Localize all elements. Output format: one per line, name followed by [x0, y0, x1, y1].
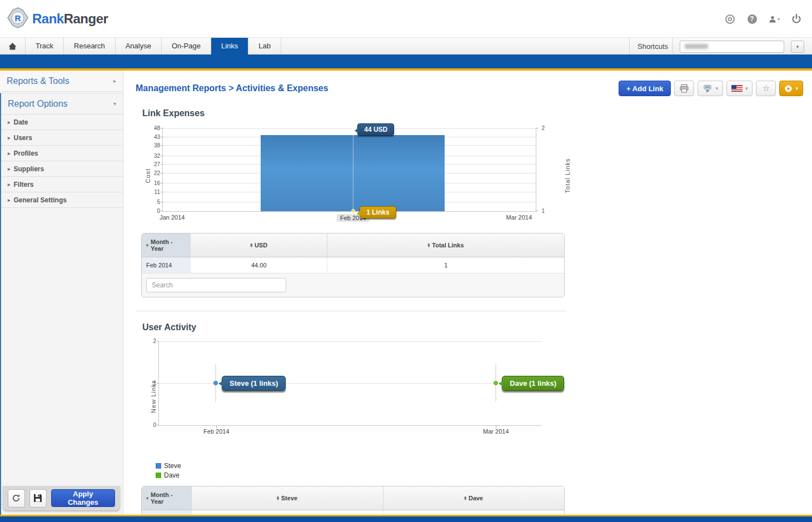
- column-header-usd[interactable]: ▴▾USD: [191, 233, 327, 257]
- sidebar-item-users[interactable]: ▸Users: [1, 130, 123, 146]
- arrow-right-icon: ▸: [8, 135, 11, 141]
- y-axis-tick-label: 0: [142, 422, 156, 428]
- data-point-dave[interactable]: [494, 381, 498, 385]
- power-icon[interactable]: [791, 13, 802, 24]
- sidebar-item-filters[interactable]: ▸Filters: [1, 177, 123, 192]
- app-header: R RankRanger ? ▾: [0, 0, 812, 37]
- sidebar-item-suppliers[interactable]: ▸Suppliers: [1, 161, 123, 177]
- sort-desc-icon: ▾: [146, 496, 148, 501]
- table-row: Mar 20141: [142, 510, 564, 515]
- user-activity-chart: 012Feb 2014Mar 2014Steve (1 links)Dave (…: [141, 339, 577, 453]
- chevron-down-icon: ▾: [113, 101, 116, 107]
- sidebar-reports-tools[interactable]: Reports & Tools ▸: [0, 71, 123, 92]
- footer-blue-bar: [0, 516, 812, 522]
- apply-changes-button[interactable]: Apply Changes: [51, 489, 115, 507]
- nav-tab-analyse[interactable]: Analyse: [116, 38, 162, 54]
- sidebar-footer: Apply Changes: [3, 486, 120, 510]
- add-link-button[interactable]: + Add Link: [619, 81, 671, 96]
- arrow-right-icon: ▸: [8, 166, 11, 172]
- nav-blue-bar: [0, 54, 812, 68]
- chart-legend: SteveDave: [156, 462, 812, 479]
- tooltip-dave: Dave (1 links): [502, 376, 564, 391]
- nav-tab-on-page[interactable]: On-Page: [162, 38, 211, 54]
- y-axis-tick-label: 43: [146, 134, 160, 140]
- refresh-icon: [12, 494, 21, 503]
- y-axis-tick-label: 38: [146, 142, 160, 148]
- y-axis-tick-label: 5: [146, 199, 160, 205]
- tooltip-links: 1 Links: [360, 206, 396, 218]
- nav-tab-lab[interactable]: Lab: [248, 38, 281, 54]
- section-title-user-activity: User Activity: [142, 322, 812, 332]
- data-point-steve[interactable]: [213, 381, 218, 385]
- help-icon[interactable]: ?: [746, 13, 758, 24]
- bullseye-icon[interactable]: [724, 13, 735, 24]
- user-activity-table: ▾Month - Year▴▾Steve▴▾DaveMar 20141Feb 2…: [141, 486, 565, 515]
- shortcuts-caret-button[interactable]: ▾: [791, 41, 804, 53]
- flag-us-icon: [731, 85, 743, 92]
- x-axis-label-mar-2014: Mar 2014: [483, 428, 509, 435]
- arrow-right-icon: ▸: [8, 151, 11, 156]
- table-row: Feb 201444.001: [142, 257, 564, 274]
- refresh-button[interactable]: [8, 489, 25, 508]
- chart-plot-area: 012Feb 2014Mar 2014Steve (1 links)Dave (…: [158, 341, 542, 426]
- sort-icon: ▴▾: [277, 496, 279, 501]
- sidebar-item-profiles[interactable]: ▸Profiles: [1, 146, 123, 161]
- expense-bar-feb-2014[interactable]: [261, 135, 445, 211]
- arrow-right-icon: ▸: [8, 197, 11, 203]
- help-glyph: ?: [750, 15, 754, 23]
- legend-swatch-dave: [156, 473, 161, 478]
- reports-tools-label: Reports & Tools: [7, 76, 69, 86]
- save-button[interactable]: [29, 489, 47, 508]
- legend-item-dave[interactable]: Dave: [156, 471, 812, 479]
- shortcuts-selected-value: [685, 44, 708, 49]
- column-header-dave[interactable]: ▴▾Dave: [383, 486, 564, 510]
- shortcuts-select[interactable]: [680, 41, 784, 53]
- nav-tab-links[interactable]: Links: [211, 38, 248, 54]
- rankranger-gem-icon: R: [7, 7, 29, 31]
- home-icon: [8, 42, 17, 50]
- column-header-month-year[interactable]: ▾Month - Year: [142, 233, 191, 257]
- y-axis-tick-label: 32: [146, 153, 160, 159]
- nav-tab-research[interactable]: Research: [64, 38, 116, 54]
- legend-swatch-steve: [156, 463, 161, 469]
- print-button[interactable]: [674, 81, 694, 96]
- y-axis-tick-label: 2: [142, 338, 156, 344]
- sort-icon: ▴▾: [464, 496, 466, 501]
- link-expenses-chart: 05111622273238434812Jan 2014Feb 2014Mar …: [141, 125, 577, 226]
- sidebar: Reports & Tools ▸ Report Options ▾ ▸Date…: [0, 71, 123, 515]
- column-header-month-year[interactable]: ▾Month - Year: [142, 486, 192, 510]
- column-header-steve[interactable]: ▴▾Steve: [192, 486, 383, 510]
- user-icon[interactable]: ▾: [769, 13, 780, 24]
- sidebar-items: ▸Date▸Users▸Profiles▸Suppliers▸Filters▸G…: [1, 115, 123, 208]
- section-title-link-expenses: Link Expenses: [142, 108, 812, 118]
- printer-icon: [679, 84, 689, 93]
- y-axis-title-new-links: New Links: [150, 380, 157, 413]
- brand-logo[interactable]: R RankRanger: [7, 7, 108, 31]
- legend-item-steve[interactable]: Steve: [156, 462, 812, 470]
- table-search-input[interactable]: [146, 278, 286, 292]
- breadcrumb: Management Reports > Activities & Expens…: [136, 81, 328, 93]
- sidebar-item-general-settings[interactable]: ▸General Settings: [1, 192, 123, 208]
- section-divider: [136, 311, 566, 311]
- y-axis-right-tick-label: 2: [541, 125, 545, 131]
- language-button[interactable]: ▾: [726, 81, 753, 96]
- y-axis-right-tick-label: 1: [541, 208, 545, 214]
- favorite-button[interactable]: ☆: [756, 81, 776, 96]
- sidebar-item-date[interactable]: ▸Date: [1, 115, 123, 130]
- nav-tab-home[interactable]: [0, 38, 26, 54]
- export-button[interactable]: ▾: [698, 81, 723, 96]
- chart-plot-area: 05111622273238434812Jan 2014Feb 2014Mar …: [162, 128, 536, 212]
- y-axis-tick-label: 0: [146, 208, 160, 214]
- chevron-down-icon: ▾: [795, 86, 798, 91]
- table-cell: Mar 2014: [142, 510, 192, 515]
- settings-button[interactable]: ▾: [779, 81, 803, 96]
- x-axis-label-feb-2014: Feb 2014: [203, 428, 229, 435]
- y-axis-title-cost: Cost: [145, 168, 151, 183]
- arrow-right-icon: ▸: [113, 78, 116, 84]
- nav-tab-track[interactable]: Track: [26, 38, 64, 54]
- export-icon: [703, 84, 713, 93]
- column-header-total-links[interactable]: ▴▾Total Links: [327, 233, 564, 257]
- table-cell: Feb 2014: [142, 257, 191, 273]
- arrow-right-icon: ▸: [8, 182, 11, 187]
- sidebar-report-options[interactable]: Report Options ▾: [1, 93, 123, 115]
